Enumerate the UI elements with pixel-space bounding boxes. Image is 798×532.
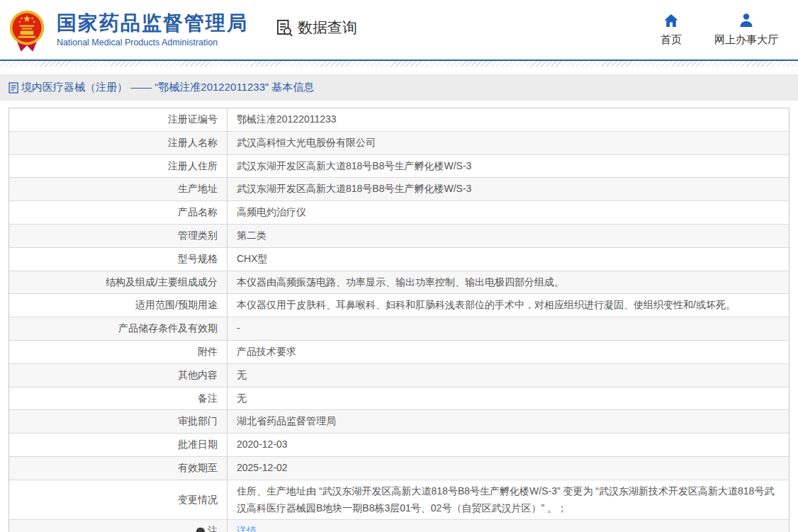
table-row: 结构及组成/主要组成成分本仪器由高频振荡电路、功率显示、输出功率控制、输出电极四… [9, 271, 789, 295]
page-title: 境内医疗器械（注册） —— “鄂械注准20122011233” 基本信息 [21, 81, 314, 94]
row-label: 型号规格 [9, 248, 227, 271]
table-row: 有效期至2025-12-02 [9, 457, 789, 480]
data-query-label: 数据查询 [298, 18, 357, 38]
row-label: 注册证编号 [9, 108, 227, 131]
table-row: 注册人住所武汉东湖开发区高新大道818号B8号生产孵化楼W/S-3 [9, 155, 789, 179]
table-row: 生产地址武汉东湖开发区高新大道818号B8号生产孵化楼W/S-3 [9, 178, 789, 201]
nav-label-home: 首页 [661, 33, 682, 47]
org-name-en: National Medical Products Administration [57, 38, 248, 47]
row-label: 注册人住所 [9, 155, 227, 178]
row-label: 有效期至 [9, 457, 227, 480]
info-table: 注册证编号鄂械注准20122011233注册人名称武汉高科恒大光电股份有限公司注… [9, 108, 789, 532]
document-search-icon [275, 18, 294, 38]
spacer [0, 67, 798, 74]
row-value: 湖北省药品监督管理局 [227, 410, 789, 433]
table-row: 其他内容无 [9, 364, 789, 387]
row-label: 批准日期 [9, 434, 227, 456]
table-row: 适用范围/预期用途本仪器仅用于皮肤科、耳鼻喉科、妇科和肛肠科浅表部位的手术中，对… [9, 294, 789, 317]
row-value: 高频电灼治疗仪 [227, 201, 789, 224]
row-value: CHX型 [227, 248, 789, 271]
row-value: 住所、生产地址由 “武汉东湖开发区高新大道818号B8号生产孵化楼W/S-3” … [227, 480, 789, 520]
row-value: 2020-12-03 [227, 434, 789, 456]
row-value: 武汉高科恒大光电股份有限公司 [227, 132, 789, 154]
row-label: 审批部门 [9, 410, 227, 433]
detail-link[interactable]: 详情 [237, 523, 257, 532]
balloon-icon [196, 527, 205, 532]
row-label: 产品储存条件及有效期 [9, 317, 227, 340]
row-label: 产品名称 [9, 201, 227, 224]
data-query-tab[interactable]: 数据查询 [275, 18, 357, 38]
row-label: 备注 [9, 387, 227, 410]
row-value: 本仪器仅用于皮肤科、耳鼻喉科、妇科和肛肠科浅表部位的手术中，对相应组织进行凝固、… [227, 294, 789, 317]
row-label: 管理类别 [9, 225, 227, 247]
table-row: 备注无 [9, 387, 789, 411]
row-value: - [227, 317, 789, 340]
row-label: 注 [9, 520, 227, 532]
table-row: 产品名称高频电灼治疗仪 [9, 201, 789, 225]
row-value: 无 [227, 387, 789, 410]
national-emblem-logo [7, 9, 47, 53]
table-row: 批准日期2020-12-03 [9, 434, 789, 457]
org-name-cn: 国家药品监督管理局 [57, 12, 248, 35]
row-value: 鄂械注准20122011233 [227, 108, 789, 131]
page-title-bar: 境内医疗器械（注册） —— “鄂械注准20122011233” 基本信息 [0, 74, 798, 101]
person-icon [738, 13, 754, 28]
table-row: 附件产品技术要求 [9, 341, 789, 364]
row-value: 详情 [227, 520, 789, 532]
table-row: 管理类别第二类 [9, 225, 789, 248]
table-row: 审批部门湖北省药品监督管理局 [9, 410, 789, 434]
row-value: 第二类 [227, 225, 789, 247]
row-label: 变更情况 [9, 480, 227, 520]
nav-label-service-hall: 网上办事大厅 [714, 33, 778, 47]
table-row: 注册人名称武汉高科恒大光电股份有限公司 [9, 132, 789, 155]
nav-item-home[interactable]: 首页 [661, 13, 682, 47]
row-label: 附件 [9, 341, 227, 363]
row-label: 其他内容 [9, 364, 227, 387]
row-value: 产品技术要求 [227, 341, 789, 363]
row-value: 武汉东湖开发区高新大道818号B8号生产孵化楼W/S-3 [227, 178, 789, 200]
row-value: 武汉东湖开发区高新大道818号B8号生产孵化楼W/S-3 [227, 155, 789, 178]
org-title-block: 国家药品监督管理局 National Medical Products Admi… [57, 12, 248, 47]
row-value: 无 [227, 364, 789, 387]
top-header: 国家药品监督管理局 National Medical Products Admi… [0, 0, 798, 60]
row-label: 结构及组成/主要组成成分 [9, 271, 227, 294]
top-nav: 首页 网上办事大厅 [661, 13, 798, 47]
row-value: 本仪器由高频振荡电路、功率显示、输出功率控制、输出电极四部分组成。 [227, 271, 789, 294]
hatched-band [0, 61, 798, 67]
row-label: 注册人名称 [9, 132, 227, 154]
row-value: 2025-12-02 [227, 457, 789, 480]
table-row: 产品储存条件及有效期- [9, 317, 789, 341]
row-label: 生产地址 [9, 178, 227, 200]
home-icon [663, 13, 679, 28]
table-row: 注册证编号鄂械注准20122011233 [9, 108, 789, 132]
document-icon [9, 82, 18, 94]
table-row: 变更情况住所、生产地址由 “武汉东湖开发区高新大道818号B8号生产孵化楼W/S… [9, 480, 789, 521]
row-label: 适用范围/预期用途 [9, 294, 227, 317]
table-row: 型号规格CHX型 [9, 248, 789, 271]
nav-item-service-hall[interactable]: 网上办事大厅 [714, 13, 778, 47]
table-row: 注详情 [9, 520, 789, 532]
